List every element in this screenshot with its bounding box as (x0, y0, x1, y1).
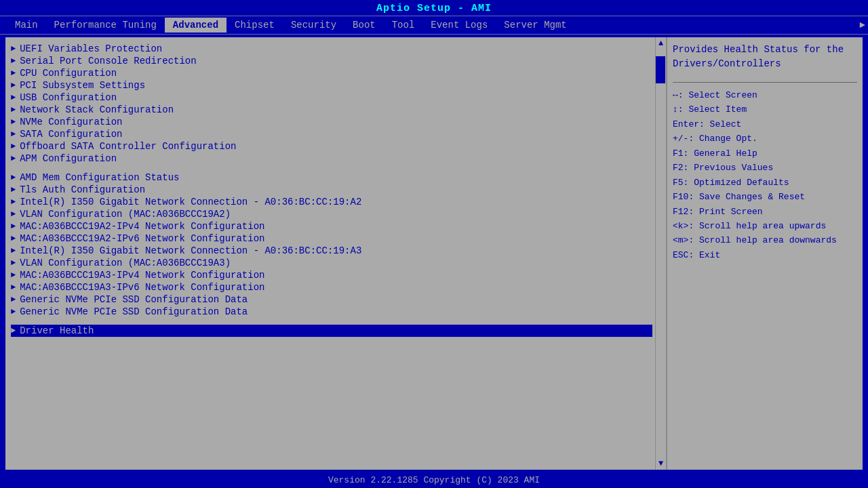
entry-arrow-8: ► (11, 142, 16, 151)
menu-entry-13[interactable]: ►VLAN Configuration (MAC:A036BCCC19A2) (11, 208, 652, 220)
entry-arrow-4: ► (11, 93, 16, 102)
menu-item-advanced[interactable]: Advanced (165, 18, 226, 33)
menu-entry-2[interactable]: ►CPU Configuration (11, 67, 652, 79)
entry-arrow-1: ► (11, 56, 16, 66)
key-label-2: Enter: Select (673, 119, 741, 129)
spacer-10 (11, 165, 652, 171)
key-label-7: F10: Save Changes & Reset (673, 192, 805, 202)
entry-arrow-3: ► (11, 81, 16, 90)
menu-bar: ► MainPerformance TuningAdvancedChipsetS… (0, 16, 868, 35)
entry-arrow-14: ► (11, 222, 16, 231)
entry-label-10: AMD Mem Configuration Status (20, 172, 179, 183)
key-label-9: <k>: Scroll help area upwards (673, 221, 826, 231)
entry-label-4: USB Configuration (20, 92, 117, 103)
entry-arrow-21: ► (11, 307, 16, 317)
menu-entry-4[interactable]: ►USB Configuration (11, 92, 652, 104)
menu-entry-18[interactable]: ►MAC:A036BCCC19A3-IPv4 Network Configura… (11, 269, 652, 281)
entry-arrow-22: ► (11, 326, 16, 336)
key-label-10: <m>: Scroll help area downwards (673, 235, 837, 245)
main-content: ►UEFI Variables Protection►Serial Port C… (5, 37, 863, 470)
scroll-down-arrow[interactable]: ▼ (656, 458, 666, 470)
menu-item-chipset[interactable]: Chipset (226, 18, 283, 33)
menu-item-main[interactable]: Main (7, 18, 46, 33)
key-label-6: F5: Optimized Defaults (673, 178, 789, 188)
menu-entry-12[interactable]: ►Intel(R) I350 Gigabit Network Connectio… (11, 196, 652, 208)
menu-entry-1[interactable]: ►Serial Port Console Redirection (11, 55, 652, 67)
entry-label-6: NVMe Configuration (20, 117, 122, 127)
entry-label-21: Generic NVMe PCIe SSD Configuration Data (20, 306, 248, 317)
menu-entry-0[interactable]: ►UEFI Variables Protection (11, 43, 652, 55)
menu-entry-14[interactable]: ►MAC:A036BCCC19A2-IPv4 Network Configura… (11, 220, 652, 232)
entry-arrow-17: ► (11, 258, 16, 268)
entry-arrow-19: ► (11, 283, 16, 292)
menu-item-tool[interactable]: Tool (384, 18, 423, 33)
entry-label-19: MAC:A036BCCC19A3-IPv6 Network Configurat… (20, 282, 264, 293)
entry-arrow-0: ► (11, 44, 16, 54)
right-panel: Provides Health Status for the Drivers/C… (666, 37, 863, 470)
menu-entry-16[interactable]: ►Intel(R) I350 Gigabit Network Connectio… (11, 245, 652, 257)
entry-label-0: UEFI Variables Protection (20, 43, 162, 54)
menu-entry-5[interactable]: ►Network Stack Configuration (11, 104, 652, 116)
key-label-5: F2: Previous Values (673, 163, 773, 173)
entry-label-11: Tls Auth Configuration (20, 184, 145, 195)
entry-label-22: Driver Health (20, 325, 94, 336)
entry-arrow-9: ► (11, 154, 16, 163)
title-bar: Aptio Setup - AMI (0, 0, 868, 16)
menu-entry-21[interactable]: ►Generic NVMe PCIe SSD Configuration Dat… (11, 306, 652, 318)
key-help-line-3: +/-: Change Opt. (673, 131, 857, 146)
key-help: ↔: Select Screen↕: Select ItemEnter: Sel… (673, 88, 857, 262)
entry-label-7: SATA Configuration (20, 129, 122, 140)
menu-entry-20[interactable]: ►Generic NVMe PCIe SSD Configuration Dat… (11, 293, 652, 306)
left-panel: ►UEFI Variables Protection►Serial Port C… (5, 37, 655, 470)
key-help-line-0: ↔: Select Screen (673, 88, 857, 102)
key-help-line-9: <k>: Scroll help area upwards (673, 219, 857, 233)
menu-item-boot[interactable]: Boot (344, 18, 384, 33)
key-label-11: ESC: Exit (673, 250, 720, 260)
entry-arrow-16: ► (11, 246, 16, 256)
menu-entry-11[interactable]: ►Tls Auth Configuration (11, 184, 652, 196)
entry-label-8: Offboard SATA Controller Configuration (20, 141, 236, 152)
menu-item-event-logs[interactable]: Event Logs (422, 18, 496, 33)
key-label-4: F1: General Help (673, 148, 757, 159)
entry-label-3: PCI Subsystem Settings (20, 80, 145, 91)
entry-label-16: Intel(R) I350 Gigabit Network Connection… (20, 245, 361, 256)
entry-arrow-13: ► (11, 209, 16, 219)
key-help-line-11: ESC: Exit (673, 248, 857, 262)
key-help-line-6: F5: Optimized Defaults (673, 176, 857, 190)
scroll-up-arrow[interactable]: ▲ (656, 37, 666, 49)
key-label-0: ↔: Select Screen (673, 90, 757, 100)
entry-arrow-18: ► (11, 270, 16, 280)
key-help-line-1: ↕: Select Item (673, 102, 857, 117)
menu-item-server-mgmt[interactable]: Server Mgmt (496, 18, 574, 33)
scroll-thumb (656, 56, 665, 83)
menu-entry-22[interactable]: ►Driver Health (11, 325, 652, 337)
menu-entry-15[interactable]: ►MAC:A036BCCC19A2-IPv6 Network Configura… (11, 232, 652, 245)
key-label-3: +/-: Change Opt. (673, 134, 757, 144)
key-label-8: F12: Print Screen (673, 207, 763, 217)
menu-item-security[interactable]: Security (283, 18, 344, 33)
menu-entry-10[interactable]: ►AMD Mem Configuration Status (11, 171, 652, 184)
entry-label-12: Intel(R) I350 Gigabit Network Connection… (20, 197, 361, 207)
entry-label-18: MAC:A036BCCC19A3-IPv4 Network Configurat… (20, 270, 264, 281)
entry-arrow-6: ► (11, 117, 16, 127)
footer: Version 2.22.1285 Copyright (C) 2023 AMI (0, 472, 868, 488)
menu-entry-19[interactable]: ►MAC:A036BCCC19A3-IPv6 Network Configura… (11, 281, 652, 293)
entry-label-20: Generic NVMe PCIe SSD Configuration Data (20, 294, 248, 305)
menu-entry-9[interactable]: ►APM Configuration (11, 152, 652, 165)
entry-label-5: Network Stack Configuration (20, 104, 174, 115)
entry-arrow-5: ► (11, 105, 16, 115)
menu-item-performance-tuning[interactable]: Performance Tuning (46, 18, 165, 33)
entry-label-9: APM Configuration (20, 153, 117, 164)
key-help-line-8: F12: Print Screen (673, 205, 857, 219)
key-help-line-2: Enter: Select (673, 117, 857, 131)
entry-arrow-2: ► (11, 68, 16, 78)
scrollbar[interactable]: ▲ ▼ (655, 37, 666, 470)
menu-entry-17[interactable]: ►VLAN Configuration (MAC:A036BCCC19A3) (11, 257, 652, 269)
entry-label-2: CPU Configuration (20, 68, 117, 79)
entry-arrow-11: ► (11, 185, 16, 195)
menu-entry-6[interactable]: ►NVMe Configuration (11, 116, 652, 128)
help-divider (673, 82, 857, 83)
menu-entry-3[interactable]: ►PCI Subsystem Settings (11, 79, 652, 92)
menu-entry-7[interactable]: ►SATA Configuration (11, 128, 652, 140)
menu-entry-8[interactable]: ►Offboard SATA Controller Configuration (11, 140, 652, 152)
